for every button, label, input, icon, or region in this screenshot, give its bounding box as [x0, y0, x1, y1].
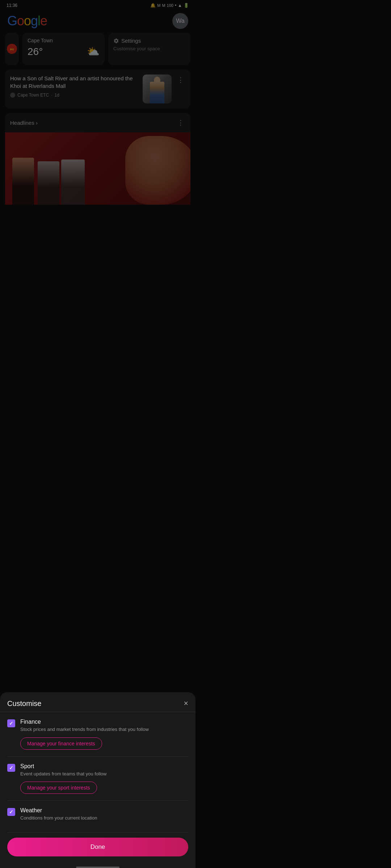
bottom-sheet-overlay[interactable]: [0, 0, 196, 434]
